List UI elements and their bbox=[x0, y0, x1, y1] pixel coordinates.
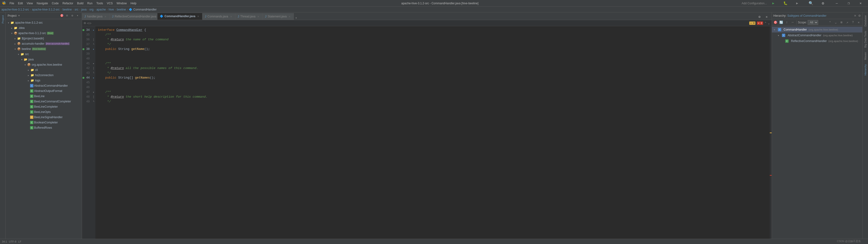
breadcrumb-beeline2[interactable]: beeline bbox=[117, 8, 126, 11]
editor-close-icon[interactable]: ✕ bbox=[764, 13, 770, 20]
tree-item-beeline[interactable]: ▾ 📦 beeline [hive-beeline] bbox=[6, 46, 82, 52]
menu-window[interactable]: Window bbox=[115, 1, 128, 5]
editor-settings-icon[interactable]: ⚙ bbox=[756, 13, 763, 20]
breadcrumb-apache[interactable]: apache bbox=[96, 8, 106, 11]
tree-item-apache-hive[interactable]: ▾ 📦 apache-hive-3.1.2-src [hive] bbox=[6, 31, 82, 36]
hierarchy-close2-icon[interactable]: ✕ bbox=[856, 20, 861, 25]
tab-overflow-btn[interactable]: ▾ bbox=[294, 16, 298, 20]
hierarchy-item-commandhandler[interactable]: ▾ I CommandHandler (org.apache.hive.beel… bbox=[772, 27, 862, 32]
tab-handler[interactable]: J handler.java ✕ bbox=[82, 13, 110, 20]
tree-item-idea[interactable]: ▸ 📁 .idea bbox=[6, 25, 82, 31]
side-tab-hierarchy[interactable]: Hierarchy bbox=[863, 62, 868, 77]
coverage-button[interactable]: ▶ bbox=[792, 0, 803, 7]
tree-item-beelinecommandcompleter[interactable]: C BeeLineCommandCompleter bbox=[6, 99, 82, 104]
fold-marker-47[interactable]: ▾ bbox=[92, 90, 95, 94]
tree-item-root[interactable]: ▾ 📁 apache-hive-3.1.2-src bbox=[6, 20, 82, 25]
breadcrumb-org[interactable]: org bbox=[89, 8, 93, 11]
menu-navigate[interactable]: Navigate bbox=[35, 1, 50, 5]
tab-commands[interactable]: J Commands.java ✕ bbox=[203, 13, 235, 20]
hierarchy-help-icon[interactable]: ? bbox=[850, 20, 856, 25]
fold-btn-34[interactable]: ▾ bbox=[92, 28, 95, 32]
tree-item-cli[interactable]: ▸ 📁 cli bbox=[6, 67, 82, 73]
sidebar-settings-icon[interactable]: ⚙ bbox=[70, 13, 75, 18]
tree-item-abstractcommandhandler[interactable]: I AbstractCommandHandler bbox=[6, 83, 82, 88]
tree-item-hs2connection[interactable]: ▸ 📁 hs2connection bbox=[6, 73, 82, 78]
tree-item-src[interactable]: ▾ 📁 src bbox=[6, 52, 82, 57]
run-button[interactable]: ▶ bbox=[768, 0, 779, 7]
tab-thread-close[interactable]: ✕ bbox=[256, 15, 260, 18]
tab-reflective[interactable]: J ReflectiveCommandHandler.java ✕ bbox=[110, 13, 157, 20]
tab-thread[interactable]: J Thread.java ✕ bbox=[235, 13, 262, 20]
scope-dropdown[interactable]: All bbox=[808, 20, 818, 25]
sidebar-locate-icon[interactable]: 🎯 bbox=[59, 13, 64, 18]
sidebar-gear-icon[interactable]: ▾ bbox=[75, 13, 80, 18]
menu-tools[interactable]: Tools bbox=[95, 1, 105, 5]
tree-item-org[interactable]: ▾ 📦 org.apache.hive.beeline bbox=[6, 62, 82, 67]
breadcrumb-beeline[interactable]: beeline bbox=[62, 8, 72, 11]
tree-item-beelinecompleter[interactable]: C BeeLineCompleter bbox=[6, 104, 82, 109]
tree-item-abstractoutputformat[interactable]: C AbstractOutputFormat bbox=[6, 88, 82, 93]
error-count[interactable]: ✕ 2 bbox=[757, 22, 763, 25]
tree-item-logs[interactable]: ▸ 📁 logs bbox=[6, 78, 82, 83]
tab-statement[interactable]: J Statement.java ✕ bbox=[262, 13, 294, 20]
close-button[interactable]: ✕ bbox=[855, 0, 866, 7]
navigate-back-icon[interactable]: ◁ bbox=[87, 21, 89, 25]
editor-content[interactable]: interface CommandHandler { /** * @return… bbox=[95, 26, 770, 239]
hierarchy-close-button[interactable]: ✕ bbox=[854, 14, 856, 18]
search-everywhere-button[interactable]: 🔍 bbox=[806, 0, 816, 7]
hierarchy-expand-icon[interactable]: ↕ bbox=[784, 20, 789, 25]
minimize-button[interactable]: — bbox=[831, 0, 842, 7]
side-tab-maven[interactable]: Maven bbox=[863, 50, 868, 62]
debug-button[interactable]: 🐛 bbox=[780, 0, 791, 7]
tab-commandhandler-close[interactable]: ✕ bbox=[196, 15, 200, 18]
breadcrumb-hive[interactable]: hive bbox=[109, 8, 114, 11]
fold-btn-44[interactable]: ▾ bbox=[92, 76, 95, 80]
menu-edit[interactable]: Edit bbox=[16, 1, 25, 5]
hierarchy-settings-icon[interactable]: ⚙ bbox=[858, 14, 861, 18]
tree-item-beelineopts[interactable]: C BeeLineOpts bbox=[6, 109, 82, 115]
menu-run[interactable]: Run bbox=[86, 1, 94, 5]
menu-help[interactable]: Help bbox=[129, 1, 138, 5]
tree-item-booleancompleter[interactable]: C BooleanCompleter bbox=[6, 120, 82, 125]
hierarchy-export-icon[interactable]: ↗ bbox=[845, 20, 850, 25]
tree-item-java[interactable]: ▾ 📂 java bbox=[6, 57, 82, 62]
hierarchy-item-abstracthandler[interactable]: ▾ I AbstractCommandHandler (org.apache.h… bbox=[772, 32, 862, 38]
tab-handler-close[interactable]: ✕ bbox=[104, 15, 107, 18]
tree-item-bufferedrows[interactable]: C BufferedRows bbox=[6, 125, 82, 130]
hierarchy-next-icon[interactable]: ⌄ bbox=[833, 20, 838, 25]
tree-item-beeline-class[interactable]: C BeeLine bbox=[6, 93, 82, 99]
navigate-forward-icon[interactable]: ▷ bbox=[90, 21, 92, 25]
tree-item-accumulo[interactable]: ▸ 📦 accumulo-handler [hive-accumulo-hand… bbox=[6, 41, 82, 46]
fold-btn-38[interactable]: ▾ bbox=[92, 47, 95, 52]
breadcrumb-apache-hive-src[interactable]: apache-hive-3.1.2-src bbox=[1, 8, 29, 11]
warning-count[interactable]: ⚠ 9 bbox=[749, 22, 755, 25]
menu-code[interactable]: Code bbox=[50, 1, 60, 5]
chevron-down-icon[interactable]: ⌄ bbox=[768, 21, 770, 25]
side-tab-bigdata[interactable]: Big Data Tools bbox=[863, 29, 868, 50]
menu-refactor[interactable]: Refactor bbox=[61, 1, 75, 5]
side-tab-database[interactable]: Database bbox=[863, 13, 868, 28]
menu-vcs[interactable]: VCS bbox=[105, 1, 115, 5]
breadcrumb-apache-hive-src2[interactable]: apache-hive-3.1.2-src bbox=[32, 8, 60, 11]
hierarchy-item-reflective[interactable]: C ReflectiveCommandHandler (org.apache.h… bbox=[772, 38, 862, 44]
hierarchy-locate-icon[interactable]: 🎯 bbox=[773, 20, 778, 25]
tab-commandhandler[interactable]: 🔷 CommandHandler.java ✕ bbox=[157, 13, 203, 20]
hierarchy-collapse-icon[interactable]: ↔ bbox=[790, 20, 795, 25]
menu-file[interactable]: File bbox=[8, 1, 16, 5]
restore-button[interactable]: ❐ bbox=[843, 0, 854, 7]
menu-build[interactable]: Build bbox=[75, 1, 85, 5]
settings-button[interactable]: ⚙ bbox=[817, 0, 829, 7]
sidebar-collapse-icon[interactable]: ⊟ bbox=[65, 13, 69, 18]
tree-item-basedir[interactable]: ▸ 📁 ${project.basedir} bbox=[6, 36, 82, 41]
breadcrumb-java[interactable]: java bbox=[81, 8, 87, 11]
menu-view[interactable]: View bbox=[25, 1, 35, 5]
chevron-up-icon[interactable]: ⌃ bbox=[765, 21, 767, 25]
hierarchy-prev-icon[interactable]: ⌃ bbox=[828, 20, 833, 25]
breadcrumb-src[interactable]: src bbox=[75, 8, 79, 11]
hierarchy-refresh-icon[interactable]: 🔄 bbox=[779, 20, 784, 25]
tab-commands-close[interactable]: ✕ bbox=[229, 15, 233, 18]
tree-item-beelinesignalhandler[interactable]: C BeeLineSignalHandler bbox=[6, 115, 82, 120]
fold-marker-41[interactable]: ▾ bbox=[92, 61, 95, 66]
hierarchy-filter-icon[interactable]: ⊞ bbox=[839, 20, 844, 25]
left-tab-project[interactable]: Project bbox=[0, 13, 5, 25]
